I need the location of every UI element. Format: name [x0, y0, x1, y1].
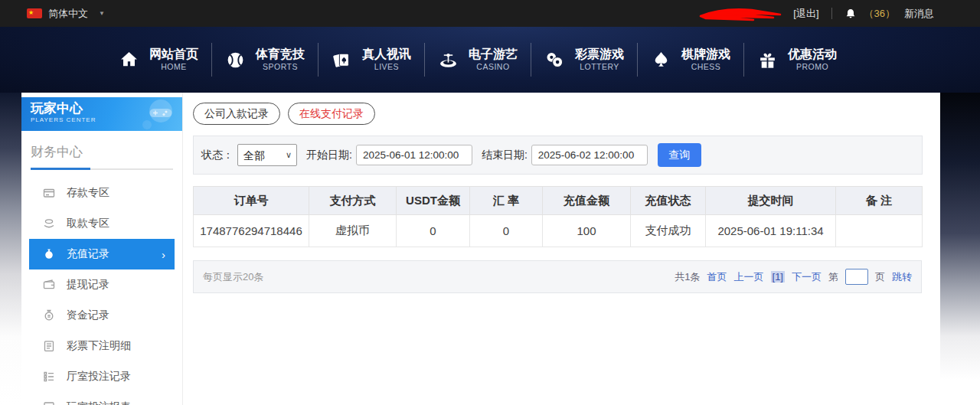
main-panel: 公司入款记录 在线支付记录 状态： 全部 ∨ 开始日期: 结束日期: 查询	[183, 93, 940, 405]
sports-ball-icon	[225, 50, 246, 70]
language-selector[interactable]: ★ 简体中文 ▼	[27, 7, 105, 21]
nav-item-lottery[interactable]: 彩票游戏 LOTTERY	[531, 47, 637, 72]
message-count: （36）	[864, 7, 895, 21]
first-page-link[interactable]: 首页	[707, 270, 727, 284]
end-date-input[interactable]	[531, 145, 648, 165]
bell-icon[interactable]	[844, 7, 857, 21]
nav-label-en: LOTTERY	[580, 62, 619, 72]
money-bag-icon	[43, 248, 55, 260]
top-utility-bar: ★ 简体中文 ▼ [退出] （36） 新消息	[0, 0, 980, 27]
sidebar-item-label: 资金记录	[67, 309, 109, 322]
sidebar-item-lottery-bet-details[interactable]: 彩票下注明细	[29, 331, 175, 361]
nav-label-en: SPORTS	[263, 62, 298, 72]
document-icon	[43, 340, 55, 352]
sidebar-item-deposit-zone[interactable]: 存款专区	[29, 178, 175, 208]
col-order-id: 订单号	[194, 187, 309, 215]
language-label: 简体中文	[48, 7, 88, 21]
nav-item-promo[interactable]: 优惠活动 PROMO	[744, 47, 850, 72]
home-icon	[119, 50, 139, 70]
sidebar-item-player-bet-report[interactable]: 玩家投注报表	[29, 392, 175, 405]
redaction-scribble	[698, 5, 782, 22]
tab-company-deposit-records[interactable]: 公司入款记录	[193, 103, 280, 125]
next-page-link[interactable]: 下一页	[792, 270, 822, 284]
sidebar-item-label: 充值记录	[67, 247, 109, 261]
main-navigation: 网站首页 HOME 体育竞技 SPORTS 真人视讯 LIVES	[0, 27, 980, 93]
pager-controls: 共1条 首页 上一页 [1] 下一页 第 页 跳转	[675, 269, 912, 285]
cell-usdt-amount: 0	[397, 215, 470, 247]
sidebar: 玩家中心 PLAYERS CENTER 财务中心 存款专区	[21, 93, 183, 405]
sidebar-item-label: 厅室投注记录	[67, 370, 131, 384]
tab-online-payment-records[interactable]: 在线支付记录	[288, 103, 375, 125]
list-icon	[43, 371, 55, 383]
nav-item-sports[interactable]: 体育竞技 SPORTS	[212, 47, 318, 72]
query-button[interactable]: 查询	[658, 143, 701, 167]
messages-link[interactable]: 新消息	[904, 7, 934, 21]
top-right-group: [退出] （36） 新消息	[698, 5, 934, 22]
nav-label-en: CASINO	[476, 62, 509, 72]
chevron-right-icon: ›	[162, 248, 165, 261]
page-size-label: 每页显示20条	[203, 270, 263, 284]
sidebar-item-label: 存款专区	[67, 186, 109, 200]
recharge-records-table: 订单号 支付方式 USDT金额 汇 率 充值金额 充值状态 提交时间 备 注 1…	[193, 186, 923, 247]
sidebar-item-label: 彩票下注明细	[67, 339, 131, 353]
china-flag-icon: ★	[27, 8, 42, 18]
nav-item-lives[interactable]: 真人视讯 LIVES	[318, 47, 424, 72]
wallet-icon	[43, 279, 55, 291]
nav-label-en: LIVES	[374, 62, 399, 72]
nav-label-zh: 真人视讯	[362, 47, 411, 62]
jump-button[interactable]: 跳转	[892, 270, 912, 284]
roulette-icon	[438, 50, 459, 70]
sidebar-menu: 存款专区 取款专区 充值记录 › 提现记录	[29, 178, 175, 405]
nav-label-zh: 电子游艺	[469, 47, 518, 62]
cell-recharge-amount: 100	[543, 215, 631, 247]
sidebar-item-withdrawal-records[interactable]: 提现记录	[29, 269, 175, 300]
pagination-bar: 每页显示20条 共1条 首页 上一页 [1] 下一页 第 页 跳转	[193, 260, 922, 293]
table-header-row: 订单号 支付方式 USDT金额 汇 率 充值金额 充值状态 提交时间 备 注	[194, 187, 923, 215]
logout-button[interactable]: [退出]	[793, 7, 818, 21]
playing-cards-icon	[332, 50, 352, 70]
sidebar-item-funds-records[interactable]: 资金记录	[29, 300, 175, 331]
jump-suffix: 页	[875, 270, 885, 284]
cell-recharge-status: 支付成功	[631, 215, 706, 247]
nav-item-casino[interactable]: 电子游艺 CASINO	[425, 47, 531, 72]
sidebar-item-recharge-records[interactable]: 充值记录 ›	[29, 239, 175, 269]
lottery-balls-icon	[544, 50, 565, 70]
sidebar-item-hall-bet-records[interactable]: 厅室投注记录	[29, 361, 175, 392]
page-backdrop-left	[0, 93, 21, 405]
nav-label-en: PROMO	[796, 62, 828, 72]
coin-bag-icon	[43, 309, 55, 322]
col-submit-time: 提交时间	[706, 187, 836, 215]
deposit-card-icon	[43, 187, 55, 199]
finance-center-section: 财务中心	[31, 143, 173, 161]
content-wrapper: 玩家中心 PLAYERS CENTER 财务中心 存款专区	[21, 93, 940, 405]
page-jump-input[interactable]	[845, 269, 868, 285]
status-select[interactable]: 全部	[237, 144, 297, 166]
start-date-input[interactable]	[356, 145, 472, 165]
nav-label-zh: 网站首页	[149, 47, 198, 62]
sidebar-item-label: 提现记录	[67, 278, 109, 292]
cell-order-id: 1748776294718446	[194, 215, 309, 247]
col-usdt-amount: USDT金额	[397, 187, 470, 215]
status-label: 状态：	[201, 149, 234, 162]
nav-item-home[interactable]: 网站首页 HOME	[106, 47, 211, 72]
nav-item-chess[interactable]: 棋牌游戏 CHESS	[638, 47, 743, 72]
nav-label-zh: 体育竞技	[256, 47, 305, 62]
spade-icon	[651, 50, 671, 70]
nav-label-en: CHESS	[691, 62, 721, 72]
nav-label-zh: 彩票游戏	[575, 47, 624, 62]
table-row: 1748776294718446 虚拟币 0 0 100 支付成功 2025-0…	[194, 215, 923, 247]
caret-down-icon: ▼	[99, 10, 105, 17]
col-recharge-amount: 充值金额	[543, 187, 631, 215]
section-underline	[31, 168, 173, 170]
sidebar-item-withdraw-zone[interactable]: 取款专区	[29, 208, 175, 239]
divider	[831, 8, 832, 19]
chart-icon	[43, 401, 55, 405]
current-page[interactable]: [1]	[771, 271, 785, 283]
col-remark: 备 注	[836, 187, 923, 215]
cell-payment-method: 虚拟币	[309, 215, 397, 247]
cell-submit-time: 2025-06-01 19:11:34	[706, 215, 836, 247]
col-payment-method: 支付方式	[309, 187, 397, 215]
gift-icon	[757, 50, 778, 70]
nav-label-en: HOME	[161, 62, 187, 72]
prev-page-link[interactable]: 上一页	[734, 270, 764, 284]
